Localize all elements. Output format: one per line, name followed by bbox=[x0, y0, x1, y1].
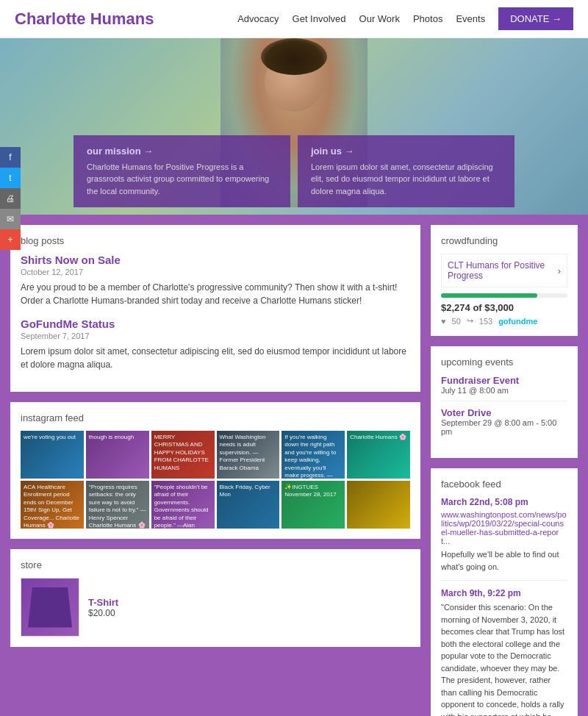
event-1-title[interactable]: Fundraiser Event bbox=[441, 375, 567, 386]
facebook-social-btn[interactable]: f bbox=[0, 147, 21, 168]
blog-post-1-text: Are you proud to be a member of Charlott… bbox=[21, 281, 410, 307]
blog-post-2-title[interactable]: GoFundMe Status bbox=[21, 318, 410, 330]
insta-item-3[interactable]: MERRY CHRISTMAS AND HAPPY HOLIDAYS FROM … bbox=[151, 431, 215, 479]
insta-item-9[interactable]: "People shouldn't be afraid of their gov… bbox=[151, 481, 215, 529]
plus-social-btn[interactable]: + bbox=[0, 229, 21, 250]
fb-post-1: March 22nd, 5:08 pm www.washingtonpost.c… bbox=[441, 497, 567, 581]
main-nav: Advocacy Get Involved Our Work Photos Ev… bbox=[237, 7, 573, 30]
event-item-1: Fundraiser Event July 11 @ 8:00 am bbox=[441, 375, 567, 401]
site-logo[interactable]: Charlotte Humans bbox=[15, 10, 237, 29]
events-panel: upcoming events Fundraiser Event July 11… bbox=[431, 346, 578, 458]
insta-item-4[interactable]: What Washington needs is adult supervisi… bbox=[217, 431, 280, 479]
facebook-panel: facebook feed March 22nd, 5:08 pm www.wa… bbox=[431, 468, 578, 716]
nav-advocacy[interactable]: Advocacy bbox=[237, 13, 279, 24]
event-2-date: September 29 @ 8:00 am - 5:00 pm bbox=[441, 418, 567, 436]
store-item-1-price: $20.00 bbox=[88, 608, 118, 618]
insta-item-1[interactable]: we're voting you out bbox=[21, 431, 84, 479]
right-column: crowdfunding CLT Humans for Positive Pro… bbox=[431, 225, 578, 716]
hero-section: our mission → Charlotte Humans for Posit… bbox=[0, 38, 588, 215]
insta-item-8[interactable]: "Progress requires setbacks: the only su… bbox=[86, 481, 149, 529]
blog-post-1: Shirts Now on Sale October 12, 2017 Are … bbox=[21, 254, 410, 307]
instagram-panel: instagram feed we're voting you out thou… bbox=[10, 402, 420, 539]
gofundme-logo: gofundme bbox=[498, 317, 537, 326]
events-panel-title: upcoming events bbox=[441, 357, 567, 368]
blog-post-1-date: October 12, 2017 bbox=[21, 268, 410, 276]
insta-item-7[interactable]: ACA Healthcare Enrollment period ends on… bbox=[21, 481, 84, 529]
crowdfunding-shares: 153 bbox=[479, 317, 492, 326]
crowdfunding-panel: crowdfunding CLT Humans for Positive Pro… bbox=[431, 225, 578, 336]
fb-post-2-date: March 9th, 9:22 pm bbox=[441, 588, 567, 598]
crowdfunding-meta: ♥ 50 ↪ 153 gofundme bbox=[441, 316, 567, 326]
fb-post-1-link[interactable]: www.washingtonpost.com/news/politics/wp/… bbox=[441, 510, 567, 545]
mission-card[interactable]: our mission → Charlotte Humans for Posit… bbox=[74, 135, 290, 208]
nav-our-work[interactable]: Our Work bbox=[359, 13, 400, 24]
blog-panel-title: blog posts bbox=[21, 235, 410, 246]
event-2-title[interactable]: Voter Drive bbox=[441, 407, 567, 418]
crowdfunding-item[interactable]: CLT Humans for Positive Progress › bbox=[441, 254, 567, 287]
join-card-title: join us → bbox=[311, 146, 501, 157]
blog-panel: blog posts Shirts Now on Sale October 12… bbox=[10, 225, 420, 392]
fb-post-1-date: March 22nd, 5:08 pm bbox=[441, 497, 567, 507]
fb-post-2-text: "Consider this scenario: On the morning … bbox=[441, 601, 567, 716]
store-panel: store T-Shirt $20.00 bbox=[10, 549, 420, 647]
nav-photos[interactable]: Photos bbox=[413, 13, 442, 24]
crowdfunding-amount: $2,274 of $3,000 bbox=[441, 302, 567, 313]
crowdfunding-likes: 50 bbox=[452, 317, 461, 326]
store-item-1: T-Shirt $20.00 bbox=[21, 578, 410, 637]
blog-post-2: GoFundMe Status September 7, 2017 Lorem … bbox=[21, 318, 410, 371]
insta-item-2[interactable]: though is enough bbox=[86, 431, 149, 479]
nav-events[interactable]: Events bbox=[456, 13, 485, 24]
mission-card-text: Charlotte Humans for Positive Progress i… bbox=[87, 161, 277, 198]
left-column: blog posts Shirts Now on Sale October 12… bbox=[10, 225, 420, 716]
event-item-2: Voter Drive September 29 @ 8:00 am - 5:0… bbox=[441, 407, 567, 442]
insta-item-11[interactable]: ✨INGTUES November 28, 2017 bbox=[282, 481, 345, 529]
nav-get-involved[interactable]: Get Involved bbox=[293, 13, 346, 24]
hero-cards: our mission → Charlotte Humans for Posit… bbox=[74, 135, 514, 208]
crowdfunding-progress-bar bbox=[441, 293, 567, 298]
insta-item-12[interactable] bbox=[347, 481, 410, 529]
mission-card-title: our mission → bbox=[87, 146, 277, 157]
blog-post-1-title[interactable]: Shirts Now on Sale bbox=[21, 254, 410, 266]
instagram-panel-title: instagram feed bbox=[21, 412, 410, 423]
store-panel-title: store bbox=[21, 559, 410, 570]
store-item-1-image bbox=[21, 578, 79, 637]
print-social-btn[interactable]: 🖨 bbox=[0, 188, 21, 209]
crowdfunding-heart-icon: ♥ bbox=[441, 317, 446, 326]
store-item-1-name[interactable]: T-Shirt bbox=[88, 597, 118, 608]
blog-post-2-date: September 7, 2017 bbox=[21, 332, 410, 340]
crowdfunding-item-name: CLT Humans for Positive Progress bbox=[448, 260, 558, 281]
instagram-grid: we're voting you out though is enough ME… bbox=[21, 431, 410, 529]
insta-item-6[interactable]: Charlotte Humans 🌸 bbox=[347, 431, 410, 479]
email-social-btn[interactable]: ✉ bbox=[0, 209, 21, 229]
insta-item-10[interactable]: Black Friday, Cyber Mon bbox=[217, 481, 280, 529]
donate-button[interactable]: DONATE → bbox=[498, 7, 573, 30]
crowdfunding-share-icon: ↪ bbox=[467, 316, 473, 326]
fb-post-2: March 9th, 9:22 pm "Consider this scenar… bbox=[441, 588, 567, 716]
header: Charlotte Humans Advocacy Get Involved O… bbox=[0, 0, 588, 38]
event-1-date: July 11 @ 8:00 am bbox=[441, 386, 567, 395]
insta-item-5[interactable]: If you're walking down the right path an… bbox=[282, 431, 345, 479]
crowdfunding-panel-title: crowdfunding bbox=[441, 235, 567, 246]
store-item-1-info: T-Shirt $20.00 bbox=[88, 597, 118, 618]
facebook-panel-title: facebook feed bbox=[441, 479, 567, 490]
blog-post-2-text: Lorem ipsum dolor sit amet, consectetur … bbox=[21, 345, 410, 371]
crowdfunding-chevron-icon: › bbox=[558, 265, 561, 276]
social-sidebar: f t 🖨 ✉ + bbox=[0, 147, 21, 250]
crowdfunding-progress-fill bbox=[441, 293, 537, 298]
twitter-social-btn[interactable]: t bbox=[0, 168, 21, 188]
main-content: blog posts Shirts Now on Sale October 12… bbox=[0, 215, 588, 716]
join-card[interactable]: join us → Lorem ipsum dolor sit amet, co… bbox=[298, 135, 514, 208]
join-card-text: Lorem ipsum dolor sit amet, consectetur … bbox=[311, 161, 501, 198]
fb-post-1-text: Hopefully we'll be able to find out what… bbox=[441, 548, 567, 573]
